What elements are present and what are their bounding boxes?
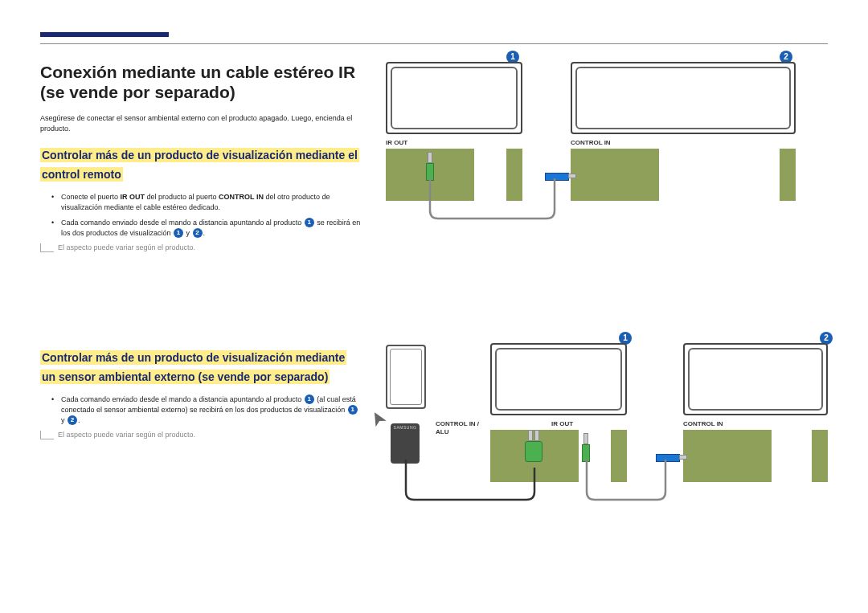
section1-note: El aspecto puede variar según el product… <box>40 243 362 251</box>
d2-monitor-2-icon <box>683 343 828 415</box>
diagram-2: 1 2 ➤ SAMSUNG CONTROL IN / ALU IR OUT <box>386 335 828 528</box>
accent-bar <box>40 32 169 37</box>
section1-heading: Controlar más de un producto de visualiz… <box>40 148 359 182</box>
d2-controlin-label: CONTROL IN <box>683 420 723 427</box>
cable-adapter-icon <box>402 460 547 508</box>
text-column: Conexión mediante un cable estéreo IR (s… <box>40 62 362 528</box>
inline-badge-1-icon: 1 <box>174 228 183 238</box>
section2-bullets: Cada comando enviado desde el mando a di… <box>51 394 362 426</box>
top-rule <box>40 43 828 44</box>
inline-badge-2-icon: 2 <box>68 415 77 425</box>
section2-note: El aspecto puede variar según el product… <box>40 431 362 439</box>
side-box-2-icon <box>780 149 796 201</box>
section1-bullet-2: Cada comando enviado desde el mando a di… <box>51 218 362 239</box>
inline-badge-1-icon: 1 <box>305 218 314 227</box>
port-box-controlin-icon <box>571 149 659 201</box>
sensor-brand-label: SAMSUNG <box>391 425 420 430</box>
d2-side-box-2-icon <box>812 430 828 482</box>
controlin-alu-label: CONTROL IN / ALU <box>436 420 484 435</box>
diagram-1: 1 2 IR OUT CONTROL IN <box>386 54 828 231</box>
curved-arrow-icon: ➤ <box>364 406 391 431</box>
section2-bullet-1: Cada comando enviado desde el mando a di… <box>51 394 362 426</box>
monitor-2-icon <box>571 62 796 134</box>
inline-badge-1-icon: 1 <box>305 394 314 404</box>
section2-heading-block: Controlar más de un producto de visualiz… <box>40 348 362 386</box>
section1-bullets: Conecte el puerto IR OUT del producto al… <box>51 192 362 239</box>
d2-port-box-2-icon <box>683 430 772 482</box>
section1-heading-block: Controlar más de un producto de visualiz… <box>40 145 362 184</box>
page-content: Conexión mediante un cable estéreo IR (s… <box>40 62 828 528</box>
d2-irout-label: IR OUT <box>551 420 573 427</box>
section2-block: Controlar más de un producto de visualiz… <box>40 348 362 439</box>
inline-badge-1-icon: 1 <box>348 405 358 415</box>
d2-monitor-1-icon <box>490 343 627 415</box>
irout-label: IR OUT <box>386 139 407 146</box>
diagram-column: 1 2 IR OUT CONTROL IN <box>386 62 828 528</box>
page-title: Conexión mediante un cable estéreo IR (s… <box>40 62 362 102</box>
ir-sensor-icon <box>386 345 426 409</box>
controlin-label: CONTROL IN <box>571 139 611 146</box>
cable-2-icon <box>585 460 690 508</box>
intro-text: Asegúrese de conectar el sensor ambienta… <box>40 113 362 133</box>
ir-adapter-icon: SAMSUNG <box>391 423 420 464</box>
monitor-1-icon <box>386 62 522 134</box>
inline-badge-2-icon: 2 <box>193 228 203 238</box>
cable-1-icon <box>426 178 571 227</box>
section2-heading: Controlar más de un producto de visualiz… <box>40 350 346 384</box>
section1-bullet-1: Conecte el puerto IR OUT del producto al… <box>51 192 362 213</box>
